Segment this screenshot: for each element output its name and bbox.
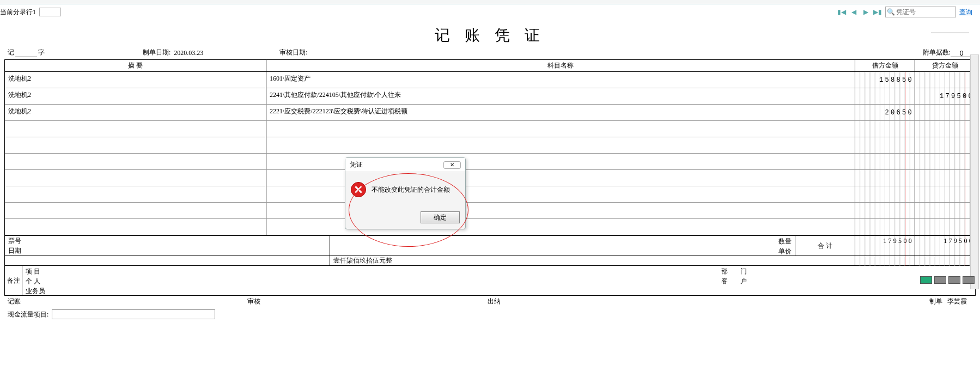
cell-credit[interactable]	[915, 72, 975, 88]
cell-summary[interactable]	[5, 203, 266, 218]
cell-debit[interactable]: 158850	[855, 72, 915, 88]
sign-post: 记账	[8, 297, 247, 306]
status-icon-4[interactable]	[963, 276, 975, 284]
col-account: 科目名称	[266, 60, 855, 71]
cell-credit[interactable]: 179500	[915, 88, 975, 104]
cell-debit[interactable]: 20650	[855, 105, 915, 120]
cell-credit[interactable]	[915, 186, 975, 202]
voucher-grid: 摘 要 科目名称 借方金额 贷方金额 洗地机21601\固定资产158850洗地…	[4, 59, 976, 266]
nav-prev-icon[interactable]: ◀	[849, 8, 858, 16]
cell-debit[interactable]	[855, 88, 915, 104]
cashflow-input[interactable]	[52, 309, 215, 319]
cell-summary[interactable]	[5, 137, 266, 153]
nav-last-icon[interactable]: ▶▮	[873, 8, 882, 16]
sign-maker-label: 制单	[929, 297, 942, 305]
cell-debit[interactable]	[855, 121, 915, 137]
sign-maker-name: 李芸霞	[947, 297, 967, 305]
cell-debit[interactable]	[855, 137, 915, 153]
table-row[interactable]	[5, 219, 975, 235]
cell-account[interactable]: 2241\其他应付款/224105\其他应付款\个人往来	[266, 88, 855, 104]
date-label: 日期	[5, 246, 330, 256]
table-row[interactable]	[5, 186, 975, 203]
sign-cashier: 出纳	[488, 297, 727, 306]
table-row[interactable]	[5, 154, 975, 170]
attachments: 附单据数:	[923, 48, 972, 57]
cell-credit[interactable]	[915, 105, 975, 120]
cell-account[interactable]: 2221\应交税费/222123\应交税费\待认证进项税额	[266, 105, 855, 120]
cell-summary[interactable]	[5, 170, 266, 186]
cell-summary[interactable]	[5, 154, 266, 169]
status-icons	[920, 276, 975, 284]
cell-summary[interactable]	[5, 186, 266, 202]
cell-summary[interactable]	[5, 121, 266, 137]
amount-words: 壹仟柒佰玖拾伍元整	[330, 256, 855, 265]
table-row[interactable]	[5, 121, 975, 137]
attachments-input[interactable]	[951, 50, 972, 57]
current-line-input[interactable]	[39, 8, 61, 16]
col-debit: 借方金额	[855, 60, 915, 71]
table-row[interactable]	[5, 170, 975, 186]
dialog-close-icon[interactable]: ✕	[443, 161, 461, 169]
dialog-ok-button[interactable]: 确定	[421, 211, 460, 223]
cashflow-row: 现金流量项目:	[4, 307, 976, 321]
status-icon-3[interactable]	[948, 276, 960, 284]
nav-next-icon[interactable]: ▶	[861, 8, 870, 16]
cell-credit[interactable]	[915, 170, 975, 186]
cell-credit[interactable]	[915, 121, 975, 137]
table-row[interactable]	[5, 137, 975, 154]
cell-account[interactable]: 1601\固定资产	[266, 72, 855, 88]
cell-debit[interactable]	[855, 219, 915, 235]
cell-summary[interactable]: 洗地机2	[5, 88, 266, 104]
status-icon-1[interactable]	[920, 276, 932, 284]
remark-person[interactable]: 个 人	[22, 276, 499, 285]
remarks-block: 备注 项 目 部 门 个 人 客 户 业务员	[4, 266, 976, 296]
cell-debit[interactable]	[855, 203, 915, 218]
remark-customer[interactable]: 客 户	[499, 276, 976, 285]
total-debit-cell: 179500	[855, 236, 915, 246]
cell-debit[interactable]	[855, 170, 915, 186]
vertical-scrollbar[interactable]	[970, 54, 979, 289]
voucher-type: 记 字	[8, 48, 45, 57]
qty-label: 数量	[330, 236, 795, 246]
voucher-number-line	[931, 33, 969, 33]
cell-credit[interactable]	[915, 154, 975, 169]
signature-row: 记账 审核 出纳 制单 李芸霞	[4, 296, 976, 307]
cell-account[interactable]	[266, 121, 855, 137]
cell-account[interactable]	[266, 137, 855, 153]
table-row[interactable]: 洗地机21601\固定资产158850	[5, 72, 975, 88]
table-row[interactable]: 洗地机22221\应交税费/222123\应交税费\待认证进项税额20650	[5, 105, 975, 121]
error-icon	[351, 182, 366, 197]
dialog-title: 凭证	[350, 160, 363, 169]
remark-project[interactable]: 项 目	[22, 266, 499, 276]
status-icon-2[interactable]	[934, 276, 946, 284]
prep-date-value[interactable]: 2020.03.23	[174, 49, 203, 57]
cell-credit[interactable]	[915, 137, 975, 153]
search-input[interactable]	[895, 8, 949, 16]
table-row[interactable]	[5, 203, 975, 219]
remark-operator[interactable]: 业务员	[22, 285, 499, 295]
dialog-message: 不能改变此凭证的合计金额	[372, 185, 450, 194]
search-box[interactable]: 🔍	[885, 7, 956, 17]
current-line-label: 当前分录行1	[0, 8, 36, 17]
nav-first-icon[interactable]: ▮◀	[837, 8, 846, 16]
remark-dept[interactable]: 部 门	[499, 266, 976, 276]
total-credit-cell: 179500	[915, 236, 975, 246]
search-icon: 🔍	[887, 8, 895, 16]
sign-audit: 审核	[247, 297, 487, 306]
remarks-label: 备注	[5, 266, 22, 295]
table-row[interactable]: 洗地机22241\其他应付款/224105\其他应付款\个人往来179500	[5, 88, 975, 105]
header-row: 当前分录行1 ▮◀ ◀ ▶ ▶▮ 🔍 查询	[0, 4, 980, 20]
cell-credit[interactable]	[915, 219, 975, 235]
cell-credit[interactable]	[915, 203, 975, 218]
cell-summary[interactable]: 洗地机2	[5, 105, 266, 120]
ticket-label: 票号	[5, 236, 330, 246]
audit-date: 审核日期:	[279, 48, 307, 57]
prep-date: 制单日期: 2020.03.23	[143, 48, 203, 57]
cell-summary[interactable]: 洗地机2	[5, 72, 266, 88]
price-label: 单价	[330, 246, 795, 256]
cell-debit[interactable]	[855, 186, 915, 202]
col-credit: 贷方金额	[915, 60, 975, 71]
cell-summary[interactable]	[5, 219, 266, 235]
query-link[interactable]: 查询	[959, 8, 972, 17]
cell-debit[interactable]	[855, 154, 915, 169]
